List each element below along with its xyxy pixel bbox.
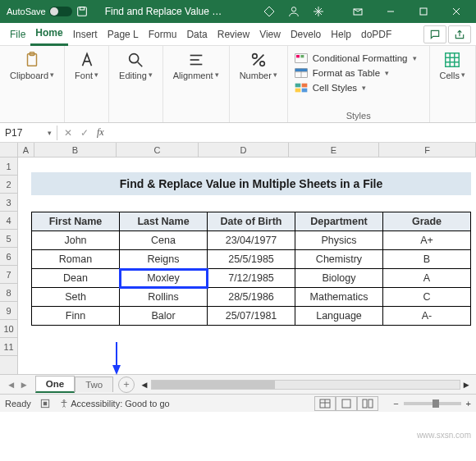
cell[interactable]: A [383,269,471,288]
row-head[interactable]: 9 [0,302,17,320]
scroll-thumb[interactable] [152,381,275,389]
worksheet[interactable]: A B C D E F 1 2 3 4 5 6 7 8 9 10 11 Find… [0,143,476,374]
col-head-e[interactable]: E [289,143,379,157]
tab-help[interactable]: Help [326,25,356,43]
row-head[interactable]: 10 [0,320,17,338]
enter-formula-icon[interactable]: ✓ [80,127,89,139]
row-head[interactable]: 7 [0,266,17,284]
cell[interactable]: Physics [295,231,383,250]
th-last-name[interactable]: Last Name [120,212,208,231]
row-head[interactable]: 2 [0,176,17,194]
cell[interactable]: Finn [32,307,120,326]
share-icon[interactable] [448,25,471,43]
save-icon[interactable] [76,5,89,18]
cell[interactable]: Cena [120,231,208,250]
tab-page-layout[interactable]: Page L [103,25,144,43]
cell[interactable]: Rollins [120,288,208,307]
horizontal-scrollbar[interactable]: ◄ ► [135,380,476,390]
tab-view[interactable]: View [254,25,286,43]
select-all-corner[interactable] [0,143,18,157]
accessibility-status[interactable]: Accessibility: Good to go [59,399,170,409]
comments-icon[interactable] [423,25,446,43]
tab-review[interactable]: Review [213,25,254,43]
row-head[interactable]: 8 [0,284,17,302]
cancel-formula-icon[interactable]: ✕ [64,127,72,139]
cell[interactable]: Seth [32,288,120,307]
conditional-formatting-button[interactable]: Conditional Formatting▾ [295,52,417,64]
cell-styles-button[interactable]: Cell Styles▾ [295,82,366,94]
sheet-tab-one[interactable]: One [35,376,75,393]
name-box[interactable]: P17▾ [0,126,57,140]
col-head-a[interactable]: A [18,143,34,157]
macro-icon[interactable] [39,398,51,409]
maximize-icon[interactable] [407,0,440,23]
view-page-break-icon[interactable] [357,396,378,411]
chevron-down-icon[interactable]: ▾ [48,129,52,137]
scroll-left-icon[interactable]: ◄ [140,380,149,390]
autosave-toggle[interactable]: AutoSave [7,5,89,18]
selected-cell[interactable]: Moxley [120,269,208,288]
diamond-icon[interactable] [263,5,276,18]
cell[interactable]: A- [383,307,471,326]
editing-button[interactable]: Editing▾ [116,49,156,82]
clipboard-button[interactable]: Clipboard▾ [7,49,57,82]
format-table-button[interactable]: Format as Table▾ [295,67,389,79]
user-icon[interactable] [287,5,300,18]
zoom-in-icon[interactable]: + [466,399,471,409]
th-first-name[interactable]: First Name [32,212,120,231]
tab-formulas[interactable]: Formu [144,25,182,43]
view-page-layout-icon[interactable] [336,396,357,411]
th-dob[interactable]: Date of Birth [208,212,295,231]
th-dept[interactable]: Department [295,212,383,231]
cell[interactable]: Roman [32,250,120,269]
tab-prev-icon[interactable]: ◄ [7,380,16,390]
cell[interactable]: A+ [383,231,471,250]
toggle-icon[interactable] [49,7,72,16]
close-icon[interactable] [440,0,473,23]
col-head-d[interactable]: D [199,143,289,157]
row-head[interactable]: 11 [0,338,17,356]
tab-data[interactable]: Data [181,25,212,43]
alignment-button[interactable]: Alignment▾ [170,49,222,82]
view-normal-icon[interactable] [314,396,336,411]
cell[interactable]: Balor [120,307,208,326]
ribbon-options-icon[interactable] [341,0,374,23]
zoom-slider[interactable] [404,402,461,405]
col-head-f[interactable]: F [379,143,476,157]
col-head-c[interactable]: C [117,143,199,157]
scroll-right-icon[interactable]: ► [462,380,471,390]
cell[interactable]: Biology [295,269,383,288]
zoom-out-icon[interactable]: − [393,399,398,409]
minimize-icon[interactable] [374,0,407,23]
row-head[interactable]: 4 [0,212,17,230]
scroll-track[interactable] [151,380,460,390]
cell[interactable]: John [32,231,120,250]
cell[interactable]: B [383,250,471,269]
sheet-tab-two[interactable]: Two [75,377,113,392]
tab-developer[interactable]: Develo [286,25,326,43]
cell[interactable]: C [383,288,471,307]
add-sheet-button[interactable]: ＋ [118,377,135,393]
row-head[interactable]: 6 [0,248,17,266]
cell[interactable]: 7/12/1985 [208,269,295,288]
cell[interactable]: Language [295,307,383,326]
row-head[interactable]: 3 [0,194,17,212]
cell[interactable]: 25/07/1981 [208,307,295,326]
th-grade[interactable]: Grade [383,212,471,231]
zoom-thumb[interactable] [433,399,439,408]
sparkle-icon[interactable] [312,5,325,18]
cell[interactable]: 25/5/1985 [208,250,295,269]
cell[interactable]: Chemistry [295,250,383,269]
cell-grid[interactable]: Find & Replace Value in Multiple Sheets … [18,157,476,374]
cells-button[interactable]: Cells▾ [437,49,469,82]
cell[interactable]: Reigns [120,250,208,269]
number-button[interactable]: Number▾ [236,49,281,82]
tab-insert[interactable]: Insert [68,25,103,43]
font-button[interactable]: Font▾ [71,49,102,82]
tab-next-icon[interactable]: ► [19,380,28,390]
row-head[interactable]: 5 [0,230,17,248]
cell[interactable]: 23/04/1977 [208,231,295,250]
fx-icon[interactable]: fx [97,126,104,139]
cell[interactable]: Mathematics [295,288,383,307]
cell[interactable]: 28/5/1986 [208,288,295,307]
